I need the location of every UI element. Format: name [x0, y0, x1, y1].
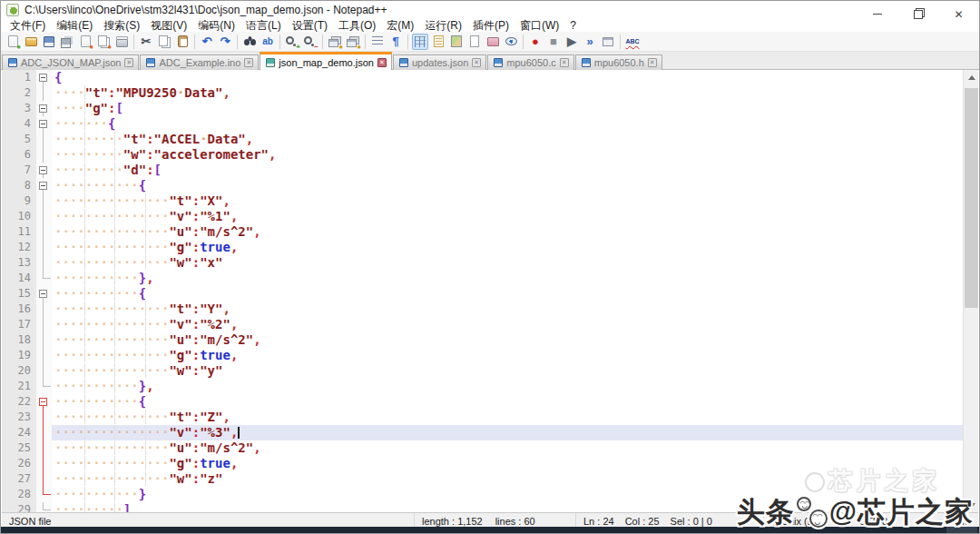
code-line[interactable]: 10···············"v":"%1",	[2, 209, 963, 224]
new-file-icon[interactable]: ●	[5, 34, 21, 50]
menu-item[interactable]: 视图(V)	[145, 18, 192, 34]
paste-icon[interactable]	[174, 34, 191, 50]
code-view[interactable]: 1{2····"t":"MPU9250·Data",3····"g":[4···…	[2, 70, 963, 512]
code-line[interactable]: 13···············"w":"x"	[2, 255, 963, 271]
fold-margin[interactable]	[36, 209, 52, 224]
folder-workspace-icon[interactable]	[485, 34, 501, 50]
scrollbar-thumb[interactable]	[965, 88, 978, 308]
fold-collapse-icon[interactable]	[39, 290, 47, 298]
word-wrap-icon[interactable]	[369, 34, 386, 50]
menu-item[interactable]: 工具(O)	[333, 18, 381, 34]
tab-mpu6050.c[interactable]: mpu6050.c✕	[487, 54, 573, 70]
code-line[interactable]: 18···············"u":"m/s^2",	[2, 332, 963, 348]
fold-margin[interactable]	[36, 240, 52, 255]
fold-margin[interactable]	[36, 363, 52, 379]
code-line[interactable]: 6·········"w":"accelerometer",	[2, 147, 963, 163]
menu-item[interactable]: 搜索(S)	[98, 18, 145, 34]
fold-margin[interactable]	[36, 440, 52, 456]
tab-close-icon[interactable]: ✕	[124, 58, 133, 67]
function-list-icon[interactable]	[430, 34, 446, 50]
redo-icon[interactable]: ↷	[217, 34, 233, 50]
close-button[interactable]	[938, 1, 979, 27]
save-all-icon[interactable]	[59, 34, 75, 50]
menu-item[interactable]: ?	[564, 19, 582, 32]
fold-collapse-icon[interactable]	[39, 120, 47, 128]
fold-margin[interactable]	[36, 425, 52, 440]
show-all-chars-icon[interactable]: ¶	[387, 34, 404, 50]
code-line[interactable]: 23···············"t":"Z",	[2, 410, 963, 425]
menu-item[interactable]: 文件(F)	[5, 18, 51, 34]
code-line[interactable]: 7·········"d":[	[2, 163, 963, 178]
code-line[interactable]: 22···········{	[2, 394, 963, 410]
indent-guide-icon[interactable]	[412, 34, 428, 50]
fold-margin[interactable]	[36, 85, 52, 101]
macro-record-icon[interactable]: ●	[527, 34, 544, 50]
code-line[interactable]: 8···········{	[2, 178, 963, 193]
document-map-icon[interactable]	[448, 34, 465, 50]
tab-ADC_Example.ino[interactable]: ADC_Example.ino✕	[140, 54, 259, 70]
minimize-button[interactable]	[857, 1, 897, 27]
code-line[interactable]: 25···············"u":"m/s^2",	[2, 440, 963, 456]
macro-save-icon[interactable]	[600, 34, 616, 50]
code-line[interactable]: 5·········"t":"ACCEL·Data",	[2, 132, 963, 147]
fold-margin[interactable]	[36, 70, 52, 85]
undo-icon[interactable]: ↶	[199, 34, 215, 50]
sync-vertical-icon[interactable]: ●	[327, 34, 343, 50]
tab-close-icon[interactable]: ✕	[472, 58, 481, 67]
fold-margin[interactable]	[36, 193, 52, 209]
code-line[interactable]: 11···············"u":"m/s^2",	[2, 224, 963, 240]
code-line[interactable]: 9···············"t":"X",	[2, 193, 963, 209]
scroll-up-button[interactable]	[964, 70, 978, 84]
menu-item[interactable]: 语言(L)	[240, 18, 287, 34]
code-line[interactable]: 21···········},	[2, 379, 963, 394]
close-file-icon[interactable]: ●	[77, 34, 93, 50]
fold-margin[interactable]	[36, 394, 52, 410]
menu-item[interactable]: 宏(M)	[381, 18, 419, 34]
fold-margin[interactable]	[36, 456, 52, 471]
menu-item[interactable]: 窗口(W)	[514, 18, 564, 34]
restore-button[interactable]	[897, 1, 938, 27]
cut-icon[interactable]: ✂	[138, 34, 154, 50]
code-line[interactable]: 2····"t":"MPU9250·Data",	[2, 85, 963, 101]
fold-margin[interactable]	[36, 502, 52, 512]
fold-margin[interactable]	[36, 147, 52, 163]
copy-icon[interactable]	[156, 34, 172, 50]
tab-close-icon[interactable]: ✕	[244, 58, 253, 67]
fold-margin[interactable]	[36, 332, 52, 348]
fold-margin[interactable]	[36, 116, 52, 132]
fold-margin[interactable]	[36, 317, 52, 332]
vertical-scrollbar[interactable]	[963, 70, 978, 512]
code-line[interactable]: 20···············"w":"y"	[2, 363, 963, 379]
tab-close-icon[interactable]: ✕	[648, 58, 657, 67]
menu-item[interactable]: 运行(R)	[419, 18, 467, 34]
fold-margin[interactable]	[36, 101, 52, 116]
code-line[interactable]: 15···········{	[2, 286, 963, 302]
tab-mpu6050.h[interactable]: mpu6050.h✕	[575, 54, 662, 70]
menu-item[interactable]: 设置(T)	[287, 18, 333, 34]
macro-play-icon[interactable]: ▶	[564, 34, 580, 50]
document-list-icon[interactable]	[466, 34, 483, 50]
find-icon[interactable]	[241, 34, 258, 50]
fold-margin[interactable]	[36, 255, 52, 271]
fold-collapse-icon[interactable]	[39, 104, 47, 113]
fold-margin[interactable]	[36, 163, 52, 178]
code-line[interactable]: 19···············"g":true,	[2, 348, 963, 363]
zoom-in-icon[interactable]: +	[284, 34, 300, 50]
code-line[interactable]: 3····"g":[	[2, 101, 963, 116]
code-line[interactable]: 14···········},	[2, 271, 963, 286]
tab-updates.json[interactable]: updates.json✕	[393, 54, 486, 70]
fold-margin[interactable]	[36, 178, 52, 193]
monitoring-icon[interactable]	[503, 34, 519, 50]
fold-collapse-icon[interactable]	[39, 398, 47, 406]
fold-margin[interactable]	[36, 271, 52, 286]
fold-margin[interactable]	[36, 379, 52, 394]
code-line[interactable]: 1{	[2, 70, 963, 85]
fold-margin[interactable]	[36, 348, 52, 363]
close-all-icon[interactable]: ●	[95, 34, 112, 50]
fold-margin[interactable]	[36, 487, 52, 502]
tab-json_map_demo.json[interactable]: json_map_demo.json✕	[260, 52, 392, 70]
fold-collapse-icon[interactable]	[39, 74, 47, 82]
zoom-out-icon[interactable]: −	[302, 34, 318, 50]
fold-margin[interactable]	[36, 471, 52, 487]
menu-item[interactable]: 插件(P)	[467, 18, 514, 34]
